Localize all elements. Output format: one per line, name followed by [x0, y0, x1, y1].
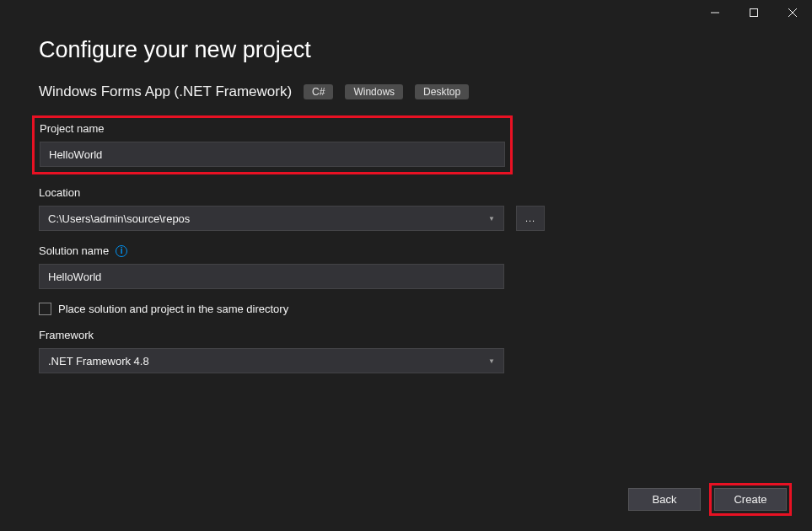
page-title: Configure your new project	[39, 37, 773, 63]
framework-value: .NET Framework 4.8	[48, 355, 488, 367]
titlebar	[0, 0, 812, 25]
tag-project-type: Desktop	[415, 84, 469, 99]
framework-dropdown[interactable]: .NET Framework 4.8 ▼	[39, 348, 504, 373]
tag-platform: Windows	[345, 84, 403, 99]
create-button[interactable]: Create	[714, 488, 787, 511]
back-button[interactable]: Back	[628, 488, 701, 511]
location-dropdown[interactable]: C:\Users\admin\source\repos ▼	[39, 206, 504, 231]
tag-language: C#	[304, 84, 333, 99]
svg-rect-1	[750, 9, 758, 17]
framework-label: Framework	[39, 329, 773, 341]
info-icon[interactable]: i	[116, 245, 127, 257]
same-directory-checkbox[interactable]	[39, 303, 51, 315]
location-value: C:\Users\admin\source\repos	[48, 212, 488, 225]
project-name-label: Project name	[40, 122, 505, 135]
maximize-button[interactable]	[734, 0, 773, 25]
browse-button[interactable]: ...	[516, 206, 545, 231]
chevron-down-icon: ▼	[488, 215, 495, 223]
chevron-down-icon: ▼	[488, 357, 495, 365]
location-label: Location	[39, 186, 773, 199]
same-directory-label: Place solution and project in the same d…	[58, 303, 288, 315]
project-name-highlight: Project name	[32, 115, 513, 174]
close-button[interactable]	[773, 0, 812, 25]
project-name-input[interactable]	[40, 142, 505, 167]
minimize-button[interactable]	[696, 0, 734, 25]
create-button-highlight: Create	[709, 483, 792, 516]
solution-name-label: Solution name	[39, 244, 109, 257]
project-template-name: Windows Forms App (.NET Framework)	[39, 83, 292, 100]
solution-name-input[interactable]	[39, 264, 504, 289]
